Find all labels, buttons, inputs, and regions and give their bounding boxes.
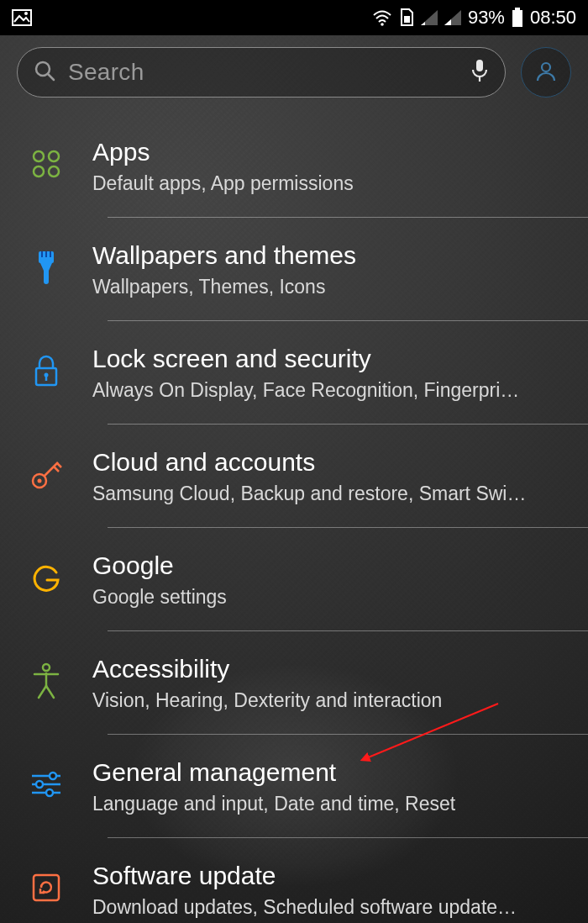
lock-icon bbox=[32, 353, 60, 392]
settings-item-title: Wallpapers and themes bbox=[92, 240, 588, 271]
svg-marker-4 bbox=[421, 10, 438, 25]
profile-button[interactable] bbox=[521, 47, 571, 98]
svg-point-1 bbox=[24, 12, 28, 15]
settings-item-subtitle: Google settings bbox=[92, 586, 546, 609]
settings-item-title: Accessibility bbox=[92, 654, 588, 684]
svg-point-14 bbox=[542, 63, 550, 71]
settings-item-general-management[interactable]: General management Language and input, D… bbox=[0, 735, 588, 837]
svg-line-35 bbox=[46, 686, 54, 698]
svg-point-41 bbox=[46, 789, 53, 796]
google-icon bbox=[30, 562, 62, 597]
key-icon bbox=[29, 456, 64, 495]
svg-point-2 bbox=[381, 23, 384, 26]
settings-item-title: Lock screen and security bbox=[92, 344, 588, 374]
battery-icon bbox=[512, 8, 523, 28]
search-input[interactable]: Search bbox=[17, 47, 506, 98]
settings-item-wallpapers[interactable]: Wallpapers and themes Wallpapers, Themes… bbox=[0, 218, 588, 320]
svg-point-24 bbox=[45, 373, 49, 377]
wifi-icon bbox=[372, 9, 392, 26]
signal-1-icon bbox=[421, 10, 438, 25]
accessibility-icon bbox=[31, 662, 61, 703]
svg-point-40 bbox=[36, 781, 43, 788]
svg-line-11 bbox=[48, 74, 54, 80]
settings-item-subtitle: Default apps, App permissions bbox=[92, 172, 546, 195]
svg-point-39 bbox=[50, 773, 56, 779]
settings-item-cloud[interactable]: Cloud and accounts Samsung Cloud, Backup… bbox=[0, 425, 588, 527]
settings-item-lockscreen[interactable]: Lock screen and security Always On Displ… bbox=[0, 321, 588, 424]
signal-2-icon bbox=[444, 10, 461, 25]
search-placeholder: Search bbox=[68, 59, 458, 86]
svg-point-31 bbox=[43, 664, 50, 671]
svg-rect-12 bbox=[476, 60, 483, 71]
screenshot-icon bbox=[12, 9, 32, 26]
svg-marker-6 bbox=[444, 10, 461, 25]
svg-point-17 bbox=[34, 166, 44, 177]
settings-item-title: Software update bbox=[92, 861, 588, 891]
svg-line-29 bbox=[54, 467, 59, 472]
paintbrush-icon bbox=[32, 250, 60, 288]
battery-percent: 93% bbox=[468, 7, 505, 29]
settings-item-title: Apps bbox=[92, 137, 588, 167]
search-icon bbox=[33, 59, 56, 86]
sliders-icon bbox=[29, 770, 63, 802]
settings-item-subtitle: Download updates, Scheduled software upd… bbox=[92, 896, 546, 919]
settings-item-subtitle: Samsung Cloud, Backup and restore, Smart… bbox=[92, 483, 546, 505]
svg-point-15 bbox=[34, 151, 44, 161]
profile-icon bbox=[533, 58, 559, 87]
svg-line-30 bbox=[57, 463, 61, 467]
settings-item-title: Google bbox=[92, 551, 588, 581]
settings-item-apps[interactable]: Apps Default apps, App permissions bbox=[0, 114, 588, 217]
settings-item-title: Cloud and accounts bbox=[92, 447, 588, 477]
status-bar: 93% 08:50 bbox=[0, 0, 588, 35]
apps-icon bbox=[30, 148, 62, 183]
mic-icon[interactable] bbox=[470, 58, 490, 87]
settings-item-subtitle: Language and input, Date and time, Reset bbox=[92, 793, 546, 815]
svg-point-16 bbox=[49, 151, 59, 161]
settings-item-subtitle: Vision, Hearing, Dexterity and interacti… bbox=[92, 689, 546, 712]
svg-rect-8 bbox=[515, 8, 520, 10]
settings-item-subtitle: Wallpapers, Themes, Icons bbox=[92, 276, 546, 298]
settings-list: Apps Default apps, App permissions bbox=[0, 108, 588, 923]
svg-point-27 bbox=[38, 479, 42, 483]
settings-item-software-update[interactable]: Software update Download updates, Schedu… bbox=[0, 838, 588, 923]
update-icon bbox=[31, 873, 61, 906]
settings-item-title: General management bbox=[92, 757, 588, 788]
settings-item-google[interactable]: Google Google settings bbox=[0, 528, 588, 630]
svg-rect-42 bbox=[34, 875, 59, 900]
settings-item-accessibility[interactable]: Accessibility Vision, Hearing, Dexterity… bbox=[0, 631, 588, 734]
settings-item-subtitle: Always On Display, Face Recognition, Fin… bbox=[92, 379, 546, 402]
clock: 08:50 bbox=[530, 7, 576, 29]
svg-rect-9 bbox=[512, 10, 522, 27]
svg-point-18 bbox=[49, 166, 59, 177]
svg-rect-3 bbox=[404, 16, 410, 23]
sim-icon bbox=[399, 8, 414, 27]
svg-line-34 bbox=[39, 686, 46, 698]
